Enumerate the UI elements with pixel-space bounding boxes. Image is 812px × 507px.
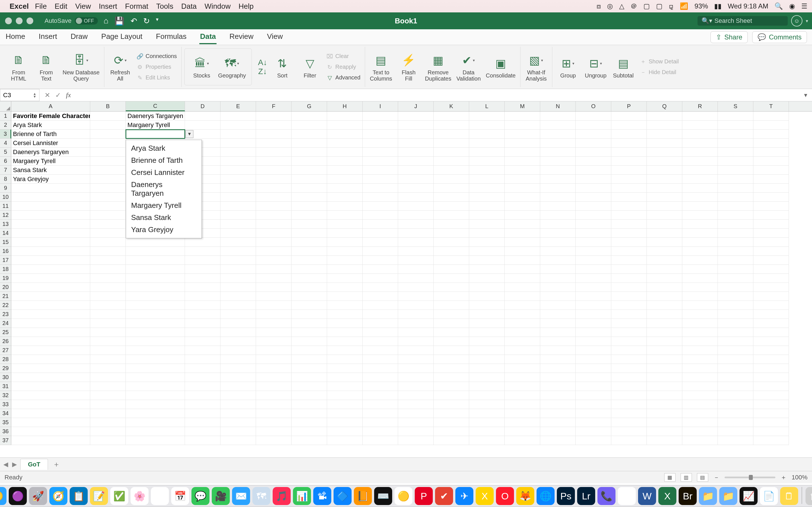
dock-app-trello[interactable]: 📋 [70, 487, 88, 505]
cell-O33[interactable] [576, 400, 611, 409]
cell-I13[interactable] [363, 220, 398, 229]
cell-S33[interactable] [718, 400, 753, 409]
cell-N15[interactable] [540, 238, 576, 247]
cell-F14[interactable] [256, 229, 292, 238]
cell-M7[interactable] [505, 166, 540, 175]
cell-P33[interactable] [611, 400, 647, 409]
cell-P22[interactable] [611, 301, 647, 310]
cell-E36[interactable] [220, 427, 256, 436]
cell-O17[interactable] [576, 256, 611, 265]
cell-H23[interactable] [327, 310, 363, 319]
app-name[interactable]: Excel [10, 2, 29, 11]
dock-app-numbers-app[interactable]: 📊 [293, 487, 311, 505]
cell-G22[interactable] [292, 301, 327, 310]
cell-P24[interactable] [611, 319, 647, 328]
cell-M30[interactable] [505, 373, 540, 382]
cell-C17[interactable] [126, 256, 185, 265]
dock-app-trash[interactable]: 🗑 [806, 487, 812, 505]
cell-F17[interactable] [256, 256, 292, 265]
notification-center-icon[interactable]: ☰ [801, 2, 808, 10]
cell-J24[interactable] [398, 319, 434, 328]
cell-M6[interactable] [505, 157, 540, 166]
column-header-I[interactable]: I [363, 101, 398, 111]
cell-M20[interactable] [505, 283, 540, 292]
cell-T21[interactable] [753, 292, 789, 301]
cell-C20[interactable] [126, 283, 185, 292]
cell-K32[interactable] [434, 391, 469, 400]
cell-T6[interactable] [753, 157, 789, 166]
cell-E30[interactable] [220, 373, 256, 382]
cell-F29[interactable] [256, 364, 292, 373]
column-header-S[interactable]: S [718, 101, 753, 111]
cell-F13[interactable] [256, 220, 292, 229]
cell-O14[interactable] [576, 229, 611, 238]
cell-K35[interactable] [434, 418, 469, 427]
spotlight-icon[interactable]: 🔍 [774, 2, 783, 10]
cell-A11[interactable] [11, 202, 90, 211]
cell-B19[interactable] [90, 274, 126, 283]
cell-Q13[interactable] [647, 220, 682, 229]
cell-O21[interactable] [576, 292, 611, 301]
cell-H10[interactable] [327, 193, 363, 202]
cell-J29[interactable] [398, 364, 434, 373]
dock-app-folder[interactable]: 📁 [699, 487, 717, 505]
cell-H18[interactable] [327, 265, 363, 274]
cell-M37[interactable] [505, 436, 540, 445]
cell-J7[interactable] [398, 166, 434, 175]
cell-B1[interactable] [90, 112, 126, 121]
cell-A22[interactable] [11, 301, 90, 310]
cell-Q15[interactable] [647, 238, 682, 247]
cell-M2[interactable] [505, 121, 540, 129]
cell-B32[interactable] [90, 391, 126, 400]
cell-D31[interactable] [185, 382, 220, 391]
cell-T30[interactable] [753, 373, 789, 382]
cell-F33[interactable] [256, 400, 292, 409]
cell-F5[interactable] [256, 148, 292, 157]
cell-L31[interactable] [469, 382, 505, 391]
cell-S4[interactable] [718, 138, 753, 148]
cell-B18[interactable] [90, 265, 126, 274]
cell-D1[interactable] [185, 112, 220, 121]
cell-Q25[interactable] [647, 328, 682, 337]
cell-G29[interactable] [292, 364, 327, 373]
cell-Q30[interactable] [647, 373, 682, 382]
cell-H16[interactable] [327, 247, 363, 256]
cell-G3[interactable] [292, 129, 327, 138]
cell-K18[interactable] [434, 265, 469, 274]
cell-S24[interactable] [718, 319, 753, 328]
cell-S32[interactable] [718, 391, 753, 400]
cell-H36[interactable] [327, 427, 363, 436]
row-header-3[interactable]: 3 [0, 129, 11, 138]
row-header-27[interactable]: 27 [0, 346, 11, 355]
wifi-icon[interactable]: 📶 [680, 2, 688, 10]
cell-E1[interactable] [220, 112, 256, 121]
cell-R17[interactable] [682, 256, 718, 265]
cell-P26[interactable] [611, 337, 647, 346]
cell-T32[interactable] [753, 391, 789, 400]
cell-I16[interactable] [363, 247, 398, 256]
cell-N7[interactable] [540, 166, 576, 175]
cell-E20[interactable] [220, 283, 256, 292]
cell-G8[interactable] [292, 175, 327, 184]
cell-F23[interactable] [256, 310, 292, 319]
cell-E24[interactable] [220, 319, 256, 328]
cell-I9[interactable] [363, 184, 398, 193]
cell-F7[interactable] [256, 166, 292, 175]
cell-S13[interactable] [718, 220, 753, 229]
cell-M19[interactable] [505, 274, 540, 283]
cell-M13[interactable] [505, 220, 540, 229]
tab-data[interactable]: Data [199, 30, 216, 44]
cell-T26[interactable] [753, 337, 789, 346]
cell-O2[interactable] [576, 121, 611, 129]
menubar-app-icon[interactable]: ◎ [607, 2, 613, 10]
cell-B17[interactable] [90, 256, 126, 265]
menu-view[interactable]: View [75, 2, 91, 11]
data-validation-dropdown-list[interactable]: Arya StarkBrienne of TarthCersei Lannist… [126, 140, 202, 238]
cell-B34[interactable] [90, 409, 126, 418]
cell-J8[interactable] [398, 175, 434, 184]
cell-T8[interactable] [753, 175, 789, 184]
cell-O29[interactable] [576, 364, 611, 373]
cell-E33[interactable] [220, 400, 256, 409]
cell-D37[interactable] [185, 436, 220, 445]
cell-C35[interactable] [126, 418, 185, 427]
